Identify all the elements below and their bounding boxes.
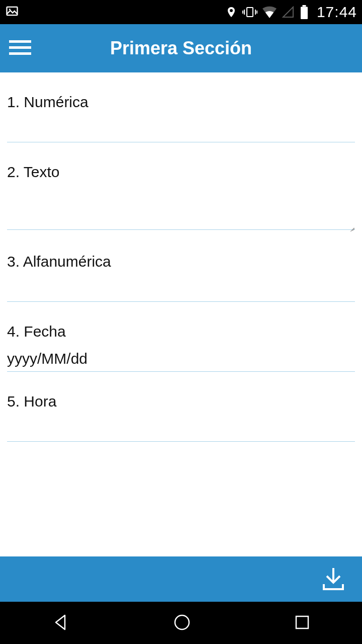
svg-rect-6: [256, 11, 257, 14]
field-numerica: 1. Numérica: [7, 72, 355, 142]
action-bar: [0, 556, 362, 602]
svg-rect-11: [9, 52, 31, 55]
form-content: 1. Numérica 2. Texto 3. Alfanumérica 4. …: [0, 72, 362, 556]
status-bar: 17:44: [0, 0, 362, 24]
svg-rect-7: [302, 5, 306, 7]
alfanumerica-input[interactable]: [7, 274, 355, 302]
svg-rect-14: [296, 616, 308, 628]
download-button[interactable]: [320, 565, 347, 594]
svg-rect-8: [301, 7, 308, 20]
wifi-icon: [262, 6, 277, 18]
resize-handle-icon: [349, 225, 355, 231]
nav-recent-button[interactable]: [278, 608, 326, 638]
nav-home-button[interactable]: [157, 607, 207, 639]
nav-back-button[interactable]: [36, 607, 86, 639]
svg-rect-0: [7, 7, 18, 15]
download-icon: [320, 586, 347, 594]
battery-icon: [300, 5, 309, 19]
field-label: 1. Numérica: [7, 94, 355, 111]
nav-bar: [0, 602, 362, 644]
location-icon: [225, 5, 237, 19]
svg-rect-5: [255, 10, 256, 15]
svg-point-13: [175, 615, 189, 629]
clock-text: 17:44: [317, 4, 357, 21]
page-title: Primera Sección: [110, 38, 252, 59]
recent-icon: [293, 625, 311, 633]
home-icon: [172, 626, 192, 634]
back-icon: [51, 626, 71, 634]
image-icon: [5, 4, 19, 20]
hamburger-icon: [9, 50, 31, 58]
texto-input[interactable]: [7, 185, 355, 230]
field-label: 2. Texto: [7, 164, 355, 181]
svg-rect-2: [247, 8, 253, 17]
field-alfanumerica: 3. Alfanumérica: [7, 232, 355, 302]
field-label: 4. Fecha: [7, 323, 355, 340]
field-texto: 2. Texto: [7, 142, 355, 232]
fecha-input[interactable]: [7, 344, 355, 372]
app-bar: Primera Sección: [0, 24, 362, 72]
field-fecha: 4. Fecha: [7, 302, 355, 372]
cell-signal-icon: [282, 6, 295, 18]
field-label: 5. Hora: [7, 393, 355, 410]
svg-point-1: [9, 9, 11, 10]
svg-rect-3: [244, 10, 245, 15]
hora-input[interactable]: [7, 414, 355, 442]
menu-button[interactable]: [9, 39, 31, 58]
field-label: 3. Alfanumérica: [7, 253, 355, 270]
numerica-input[interactable]: [7, 115, 355, 142]
svg-rect-4: [242, 11, 243, 14]
svg-rect-9: [9, 40, 31, 43]
vibrate-icon: [242, 5, 257, 19]
field-hora: 5. Hora: [7, 372, 355, 442]
svg-rect-10: [9, 46, 31, 49]
